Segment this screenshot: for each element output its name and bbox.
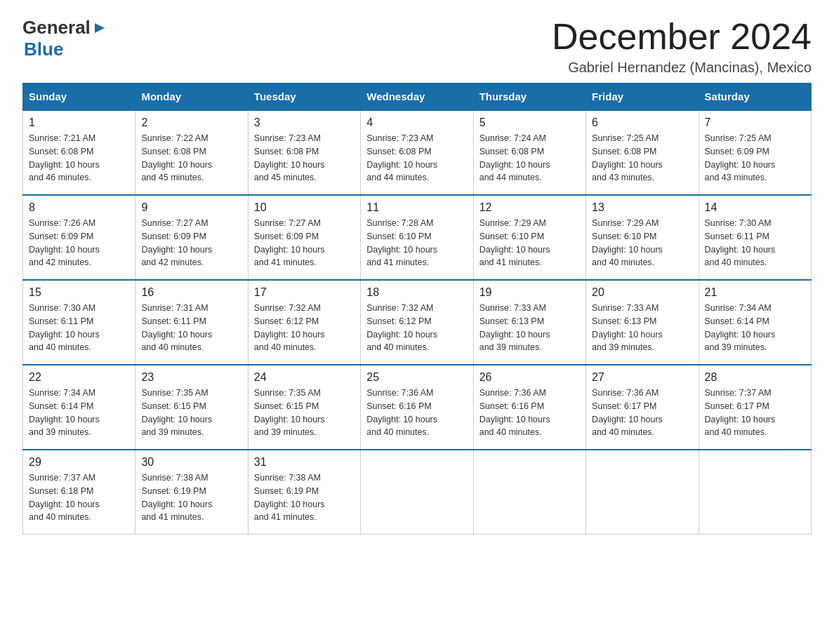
- day-info: Sunrise: 7:37 AMSunset: 6:17 PMDaylight:…: [705, 388, 776, 437]
- calendar-cell: 14 Sunrise: 7:30 AMSunset: 6:11 PMDaylig…: [699, 195, 811, 280]
- calendar-cell: [586, 450, 699, 535]
- day-number: 17: [254, 286, 355, 299]
- day-info: Sunrise: 7:38 AMSunset: 6:19 PMDaylight:…: [141, 473, 212, 522]
- day-info: Sunrise: 7:35 AMSunset: 6:15 PMDaylight:…: [141, 388, 212, 437]
- calendar-cell: 6 Sunrise: 7:25 AMSunset: 6:08 PMDayligh…: [586, 110, 699, 195]
- day-number: 10: [254, 201, 355, 214]
- day-number: 22: [29, 371, 129, 384]
- day-number: 16: [141, 286, 241, 299]
- day-info: Sunrise: 7:26 AMSunset: 6:09 PMDaylight:…: [29, 218, 100, 267]
- day-number: 19: [479, 286, 580, 299]
- logo-general-text: General: [22, 17, 91, 39]
- calendar-cell: 23 Sunrise: 7:35 AMSunset: 6:15 PMDaylig…: [135, 365, 248, 450]
- calendar-cell: 26 Sunrise: 7:36 AMSunset: 6:16 PMDaylig…: [473, 365, 585, 450]
- day-info: Sunrise: 7:38 AMSunset: 6:19 PMDaylight:…: [254, 473, 325, 522]
- day-info: Sunrise: 7:33 AMSunset: 6:13 PMDaylight:…: [479, 303, 550, 352]
- day-info: Sunrise: 7:36 AMSunset: 6:16 PMDaylight:…: [366, 388, 437, 437]
- day-number: 8: [29, 201, 129, 214]
- day-number: 12: [479, 201, 580, 214]
- calendar-cell: 4 Sunrise: 7:23 AMSunset: 6:08 PMDayligh…: [361, 110, 473, 195]
- weekday-header: Sunday: [23, 83, 135, 111]
- calendar-cell: 13 Sunrise: 7:29 AMSunset: 6:10 PMDaylig…: [586, 195, 699, 280]
- calendar-cell: 28 Sunrise: 7:37 AMSunset: 6:17 PMDaylig…: [699, 365, 811, 450]
- day-number: 28: [705, 371, 805, 384]
- day-number: 25: [366, 371, 467, 384]
- calendar-table: SundayMondayTuesdayWednesdayThursdayFrid…: [22, 83, 812, 535]
- svg-marker-0: [95, 23, 105, 33]
- day-number: 2: [141, 116, 241, 129]
- calendar-cell: 2 Sunrise: 7:22 AMSunset: 6:08 PMDayligh…: [135, 110, 248, 195]
- calendar-cell: 21 Sunrise: 7:34 AMSunset: 6:14 PMDaylig…: [699, 280, 811, 365]
- location-subtitle: Gabriel Hernandez (Mancinas), Mexico: [552, 60, 812, 76]
- day-info: Sunrise: 7:34 AMSunset: 6:14 PMDaylight:…: [29, 388, 100, 437]
- day-info: Sunrise: 7:32 AMSunset: 6:12 PMDaylight:…: [254, 303, 325, 352]
- day-number: 20: [592, 286, 692, 299]
- title-area: December 2024 Gabriel Hernandez (Mancina…: [552, 17, 812, 76]
- day-info: Sunrise: 7:33 AMSunset: 6:13 PMDaylight:…: [592, 303, 663, 352]
- calendar-week-row: 8 Sunrise: 7:26 AMSunset: 6:09 PMDayligh…: [23, 195, 812, 280]
- calendar-cell: 16 Sunrise: 7:31 AMSunset: 6:11 PMDaylig…: [135, 280, 248, 365]
- calendar-cell: 25 Sunrise: 7:36 AMSunset: 6:16 PMDaylig…: [361, 365, 473, 450]
- day-info: Sunrise: 7:37 AMSunset: 6:18 PMDaylight:…: [29, 473, 100, 522]
- day-number: 11: [366, 201, 467, 214]
- day-info: Sunrise: 7:29 AMSunset: 6:10 PMDaylight:…: [479, 218, 550, 267]
- day-info: Sunrise: 7:35 AMSunset: 6:15 PMDaylight:…: [254, 388, 325, 437]
- day-number: 31: [254, 456, 355, 469]
- day-info: Sunrise: 7:32 AMSunset: 6:12 PMDaylight:…: [366, 303, 437, 352]
- day-number: 29: [29, 456, 129, 469]
- calendar-cell: [361, 450, 473, 535]
- day-number: 5: [479, 116, 580, 129]
- calendar-week-row: 15 Sunrise: 7:30 AMSunset: 6:11 PMDaylig…: [23, 280, 812, 365]
- calendar-cell: 7 Sunrise: 7:25 AMSunset: 6:09 PMDayligh…: [699, 110, 811, 195]
- day-info: Sunrise: 7:25 AMSunset: 6:08 PMDaylight:…: [592, 133, 663, 182]
- day-number: 15: [29, 286, 129, 299]
- day-number: 14: [705, 201, 805, 214]
- calendar-header-row: SundayMondayTuesdayWednesdayThursdayFrid…: [23, 83, 812, 111]
- day-number: 27: [592, 371, 692, 384]
- calendar-cell: 18 Sunrise: 7:32 AMSunset: 6:12 PMDaylig…: [361, 280, 473, 365]
- logo-arrow-icon: [92, 20, 107, 36]
- day-info: Sunrise: 7:27 AMSunset: 6:09 PMDaylight:…: [254, 218, 325, 267]
- weekday-header: Thursday: [473, 83, 585, 111]
- day-number: 24: [254, 371, 355, 384]
- weekday-header: Friday: [586, 83, 699, 111]
- weekday-header: Tuesday: [248, 83, 360, 111]
- day-info: Sunrise: 7:36 AMSunset: 6:16 PMDaylight:…: [479, 388, 550, 437]
- calendar-cell: 22 Sunrise: 7:34 AMSunset: 6:14 PMDaylig…: [23, 365, 135, 450]
- day-info: Sunrise: 7:21 AMSunset: 6:08 PMDaylight:…: [29, 133, 100, 182]
- calendar-cell: 27 Sunrise: 7:36 AMSunset: 6:17 PMDaylig…: [586, 365, 699, 450]
- calendar-cell: 24 Sunrise: 7:35 AMSunset: 6:15 PMDaylig…: [248, 365, 360, 450]
- calendar-cell: [699, 450, 811, 535]
- day-number: 3: [254, 116, 355, 129]
- day-number: 6: [592, 116, 692, 129]
- calendar-cell: 9 Sunrise: 7:27 AMSunset: 6:09 PMDayligh…: [135, 195, 248, 280]
- day-info: Sunrise: 7:29 AMSunset: 6:10 PMDaylight:…: [592, 218, 663, 267]
- day-info: Sunrise: 7:24 AMSunset: 6:08 PMDaylight:…: [479, 133, 550, 182]
- logo: General Blue: [22, 17, 107, 60]
- day-number: 30: [141, 456, 241, 469]
- day-info: Sunrise: 7:30 AMSunset: 6:11 PMDaylight:…: [29, 303, 100, 352]
- day-info: Sunrise: 7:36 AMSunset: 6:17 PMDaylight:…: [592, 388, 663, 437]
- calendar-cell: [473, 450, 585, 535]
- day-info: Sunrise: 7:30 AMSunset: 6:11 PMDaylight:…: [705, 218, 776, 267]
- calendar-cell: 17 Sunrise: 7:32 AMSunset: 6:12 PMDaylig…: [248, 280, 360, 365]
- logo-blue-text: Blue: [24, 39, 63, 60]
- day-info: Sunrise: 7:23 AMSunset: 6:08 PMDaylight:…: [366, 133, 437, 182]
- calendar-week-row: 1 Sunrise: 7:21 AMSunset: 6:08 PMDayligh…: [23, 110, 812, 195]
- day-number: 21: [705, 286, 805, 299]
- day-info: Sunrise: 7:22 AMSunset: 6:08 PMDaylight:…: [141, 133, 212, 182]
- day-number: 13: [592, 201, 692, 214]
- month-title: December 2024: [552, 17, 812, 57]
- day-number: 7: [705, 116, 805, 129]
- calendar-cell: 31 Sunrise: 7:38 AMSunset: 6:19 PMDaylig…: [248, 450, 360, 535]
- day-number: 18: [366, 286, 467, 299]
- weekday-header: Wednesday: [361, 83, 473, 111]
- day-info: Sunrise: 7:31 AMSunset: 6:11 PMDaylight:…: [141, 303, 212, 352]
- day-info: Sunrise: 7:25 AMSunset: 6:09 PMDaylight:…: [705, 133, 776, 182]
- calendar-cell: 12 Sunrise: 7:29 AMSunset: 6:10 PMDaylig…: [473, 195, 585, 280]
- page-header: General Blue December 2024 Gabriel Herna…: [22, 17, 812, 76]
- day-info: Sunrise: 7:28 AMSunset: 6:10 PMDaylight:…: [366, 218, 437, 267]
- calendar-cell: 15 Sunrise: 7:30 AMSunset: 6:11 PMDaylig…: [23, 280, 135, 365]
- calendar-cell: 10 Sunrise: 7:27 AMSunset: 6:09 PMDaylig…: [248, 195, 360, 280]
- calendar-week-row: 29 Sunrise: 7:37 AMSunset: 6:18 PMDaylig…: [23, 450, 812, 535]
